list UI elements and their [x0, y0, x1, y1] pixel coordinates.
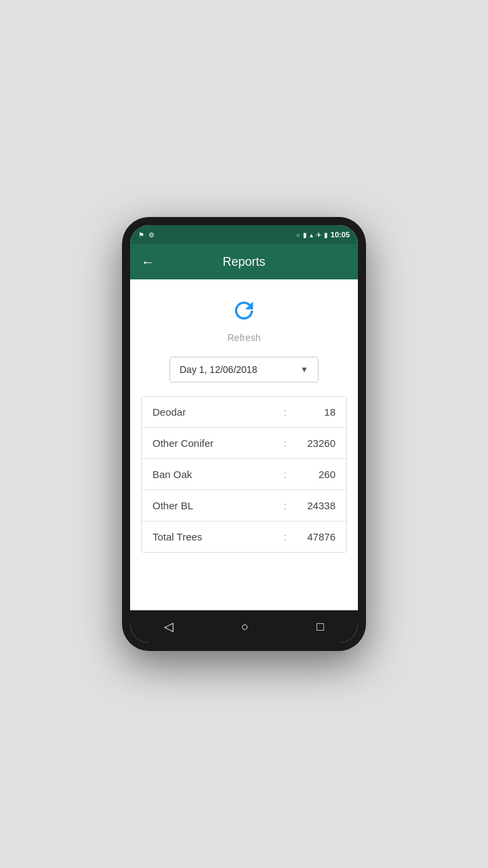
- table-row: Other Conifer:23260: [142, 428, 346, 459]
- refresh-label: Refresh: [227, 332, 260, 343]
- nav-home-button[interactable]: ○: [230, 614, 260, 639]
- row-label: Other Conifer: [152, 437, 276, 449]
- status-bar: ⚑ ⚙ ○ ▮ ▴ ✈ ▮ 10:05: [130, 225, 358, 244]
- nav-recent-button[interactable]: □: [306, 614, 335, 639]
- chevron-down-icon: ▼: [300, 365, 308, 374]
- page-title: Reports: [165, 255, 323, 269]
- row-value: 18: [295, 406, 336, 418]
- refresh-icon: [230, 297, 258, 324]
- refresh-section: Refresh: [226, 293, 262, 343]
- bottom-nav: ◁ ○ □: [130, 610, 358, 643]
- date-dropdown[interactable]: Day 1, 12/06/2018 ▼: [169, 357, 319, 382]
- data-table: Deodar:18Other Conifer:23260Ban Oak:260O…: [141, 396, 347, 553]
- row-label: Ban Oak: [152, 469, 276, 480]
- status-time: 10:05: [331, 231, 350, 239]
- top-bar: ← Reports: [130, 244, 358, 279]
- table-row: Deodar:18: [142, 397, 346, 428]
- phone-shell: ⚑ ⚙ ○ ▮ ▴ ✈ ▮ 10:05 ← Reports: [122, 217, 366, 651]
- table-row: Ban Oak:260: [142, 459, 346, 490]
- vibrate-icon: ▮: [303, 231, 307, 239]
- row-value: 260: [295, 469, 336, 480]
- row-colon: :: [284, 531, 287, 542]
- date-value: Day 1, 12/06/2018: [180, 364, 257, 375]
- row-colon: :: [284, 469, 287, 480]
- row-value: 24338: [295, 500, 336, 511]
- table-row: Other BL:24338: [142, 490, 346, 521]
- status-icons-left: ⚑ ⚙: [138, 231, 155, 239]
- airplane-icon: ✈: [316, 231, 321, 239]
- phone-screen: ⚑ ⚙ ○ ▮ ▴ ✈ ▮ 10:05 ← Reports: [130, 225, 358, 643]
- main-content: Refresh Day 1, 12/06/2018 ▼ Deodar:18Oth…: [130, 279, 358, 610]
- location-icon: ○: [296, 231, 300, 239]
- row-colon: :: [284, 500, 287, 511]
- row-value: 47876: [295, 531, 336, 542]
- row-label: Total Trees: [152, 531, 276, 542]
- refresh-button[interactable]: [226, 293, 262, 328]
- row-label: Other BL: [152, 500, 276, 511]
- back-button[interactable]: ←: [141, 254, 155, 270]
- notification-icon: ⚑: [138, 231, 144, 239]
- row-label: Deodar: [152, 406, 276, 418]
- nav-back-button[interactable]: ◁: [153, 614, 184, 639]
- status-icons-right: ○ ▮ ▴ ✈ ▮ 10:05: [296, 231, 350, 239]
- row-value: 23260: [295, 437, 336, 449]
- wifi-icon: ▴: [310, 231, 313, 239]
- row-colon: :: [284, 437, 287, 449]
- row-colon: :: [284, 406, 287, 418]
- battery-icon: ▮: [324, 231, 328, 239]
- table-row: Total Trees:47876: [142, 521, 346, 552]
- settings-icon: ⚙: [148, 231, 155, 239]
